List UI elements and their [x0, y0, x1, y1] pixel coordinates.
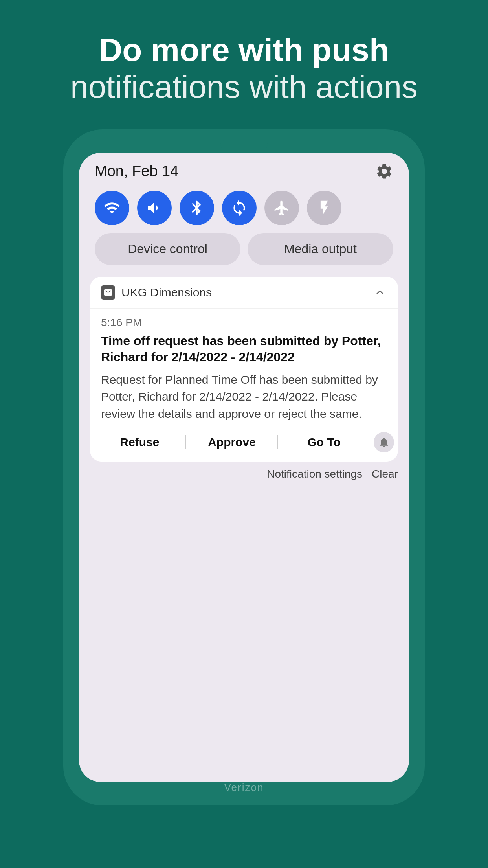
media-output-pill[interactable]: Media output	[248, 233, 393, 265]
notif-bell-icon[interactable]	[374, 432, 394, 452]
notif-app-info: UKG Dimensions	[101, 285, 212, 300]
notification-settings-button[interactable]: Notification settings	[267, 468, 362, 480]
status-bar: Mon, Feb 14	[79, 153, 409, 187]
phone-notch	[220, 140, 268, 149]
approve-button[interactable]: Approve	[186, 432, 278, 453]
quick-actions-row: Device control Media output	[79, 233, 409, 273]
notif-body: 5:16 PM Time off request has been submit…	[90, 309, 398, 423]
notif-app-header: UKG Dimensions	[90, 277, 398, 309]
refuse-button[interactable]: Refuse	[94, 432, 185, 453]
notification-card: UKG Dimensions 5:16 PM Time off request …	[90, 277, 398, 462]
notif-actions-row: Refuse Approve Go To	[90, 432, 398, 462]
app-icon	[101, 285, 115, 300]
flashlight-toggle[interactable]	[307, 191, 341, 225]
notif-footer: Notification settings Clear	[79, 462, 409, 487]
wifi-toggle[interactable]	[95, 191, 129, 225]
clear-button[interactable]: Clear	[372, 468, 398, 480]
goto-button[interactable]: Go To	[278, 432, 370, 453]
volume-toggle[interactable]	[137, 191, 172, 225]
sync-toggle[interactable]	[222, 191, 257, 225]
device-control-pill[interactable]: Device control	[95, 233, 240, 265]
hero-line2: notifications with actions	[70, 68, 418, 105]
notif-time: 5:16 PM	[101, 316, 387, 329]
phone-screen: Mon, Feb 14	[79, 153, 409, 782]
carrier-label: Verizon	[224, 782, 264, 794]
phone-wrapper: Mon, Feb 14	[63, 129, 425, 805]
status-date: Mon, Feb 14	[95, 163, 178, 180]
hero-line1: Do more with push	[70, 31, 418, 68]
gear-icon[interactable]	[375, 162, 393, 180]
app-name: UKG Dimensions	[121, 286, 212, 299]
notif-collapse-icon[interactable]	[373, 285, 387, 300]
notif-title: Time off request has been submitted by P…	[101, 333, 387, 366]
quick-toggles-row	[79, 187, 409, 233]
hero-section: Do more with push notifications with act…	[47, 31, 441, 106]
airplane-toggle[interactable]	[264, 191, 299, 225]
bluetooth-toggle[interactable]	[180, 191, 214, 225]
notif-message: Request for Planned Time Off has been su…	[101, 371, 387, 423]
